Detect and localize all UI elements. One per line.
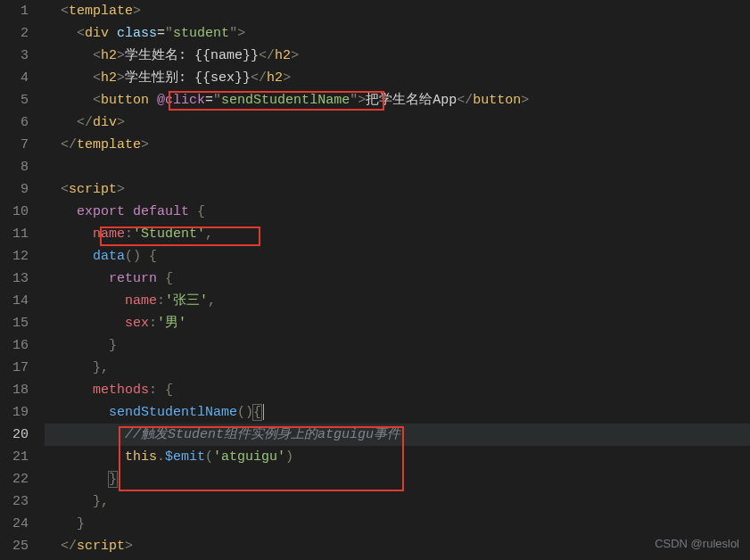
code-line[interactable]: return { (45, 268, 750, 290)
code-line[interactable]: </div> (45, 111, 750, 134)
code-editor[interactable]: 1234567891011121314151617181920212223242… (0, 0, 750, 557)
line-number: 3 (0, 45, 29, 67)
line-number: 22 (0, 468, 29, 490)
code-line[interactable]: this.$emit('atguigu') (45, 446, 750, 468)
code-line[interactable]: <template> (45, 0, 750, 22)
line-number: 13 (0, 268, 29, 290)
line-number: 12 (0, 245, 29, 268)
line-number: 16 (0, 334, 29, 357)
line-number: 23 (0, 490, 29, 513)
line-number: 19 (0, 401, 29, 424)
line-number: 6 (0, 111, 29, 134)
code-line[interactable]: name:'Student', (45, 223, 750, 245)
line-number: 11 (0, 223, 29, 245)
code-line[interactable]: </script> (45, 535, 750, 557)
line-number: 24 (0, 513, 29, 535)
code-line[interactable]: } (45, 468, 750, 490)
line-number: 8 (0, 156, 29, 178)
code-line[interactable] (45, 156, 750, 178)
line-number: 5 (0, 89, 29, 111)
code-line[interactable]: <button @click="sendStudentlName">把学生名给A… (45, 89, 750, 111)
code-line[interactable]: sex:'男' (45, 312, 750, 334)
line-number: 20 (0, 424, 29, 446)
line-number: 17 (0, 357, 29, 379)
line-number: 18 (0, 379, 29, 401)
code-line[interactable]: name:'张三', (45, 290, 750, 312)
code-line[interactable]: }, (45, 490, 750, 513)
code-line[interactable]: methods: { (45, 379, 750, 401)
code-line[interactable]: //触发Student组件实例身上的atguigu事件 (45, 424, 750, 446)
line-number: 25 (0, 535, 29, 557)
code-line[interactable]: <h2>学生姓名: {{name}}</h2> (45, 45, 750, 67)
line-number: 10 (0, 201, 29, 223)
text-cursor (263, 404, 264, 420)
line-number: 4 (0, 67, 29, 89)
code-line[interactable]: } (45, 334, 750, 357)
watermark: CSDN @ruleslol (655, 532, 739, 555)
line-number: 2 (0, 22, 29, 45)
code-line[interactable]: <div class="student"> (45, 22, 750, 45)
line-number: 14 (0, 290, 29, 312)
code-area[interactable]: <template> <div class="student"> <h2>学生姓… (45, 0, 750, 557)
code-line[interactable]: sendStudentlName(){ (45, 401, 750, 424)
code-line[interactable]: } (45, 513, 750, 535)
code-line[interactable]: <h2>学生性别: {{sex}}</h2> (45, 67, 750, 89)
code-line[interactable]: </template> (45, 134, 750, 156)
line-number: 15 (0, 312, 29, 334)
line-number: 1 (0, 0, 29, 22)
code-line[interactable]: data() { (45, 245, 750, 268)
line-number: 21 (0, 446, 29, 468)
code-line[interactable]: <script> (45, 178, 750, 201)
line-number: 7 (0, 134, 29, 156)
line-number: 9 (0, 178, 29, 201)
line-number-gutter: 1234567891011121314151617181920212223242… (0, 0, 45, 557)
code-line[interactable]: export default { (45, 201, 750, 223)
code-line[interactable]: }, (45, 357, 750, 379)
